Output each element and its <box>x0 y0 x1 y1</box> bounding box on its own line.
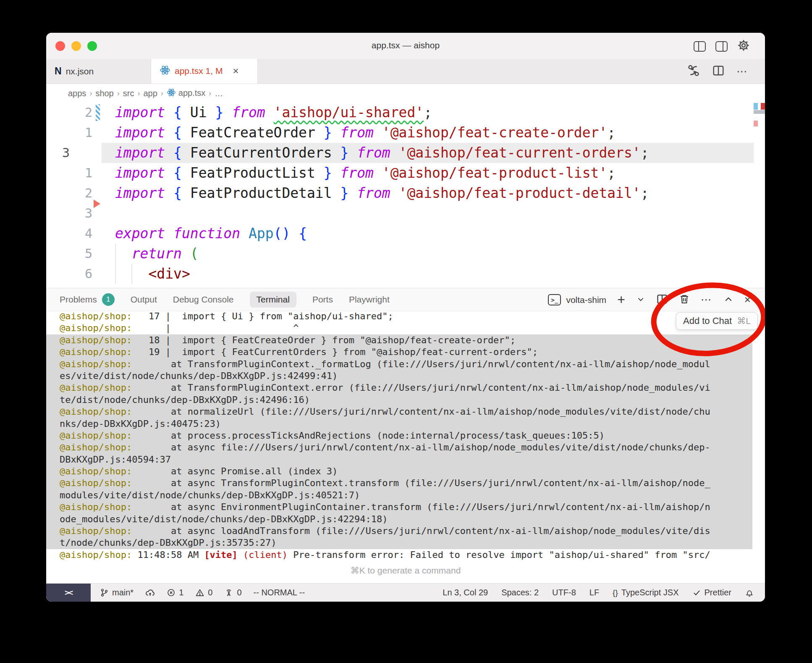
line-number: 6 <box>46 264 92 284</box>
editor-line[interactable]: 2import { Ui } from 'aishop/ui-shared'; <box>46 103 765 123</box>
terminal-line: @aishop/shop: at async TransformPluginCo… <box>46 477 752 489</box>
editor-line[interactable]: 4export function App() { <box>46 224 765 244</box>
git-modified-indicator <box>96 104 100 121</box>
status-prettier[interactable]: Prettier <box>692 588 731 597</box>
panel-tab-playwright[interactable]: Playwright <box>349 295 390 305</box>
status-utf-8[interactable]: UTF-8 <box>552 588 576 597</box>
settings-gear-icon[interactable] <box>737 39 750 53</box>
code-text: import { FeatProductDetail } from '@aish… <box>115 183 649 203</box>
code-text: return ( <box>115 244 199 264</box>
kill-terminal-icon[interactable] <box>679 294 690 306</box>
new-terminal-icon[interactable]: + <box>617 292 625 308</box>
code-editor[interactable]: 2import { Ui } from 'aishop/ui-shared';1… <box>46 103 765 288</box>
git-deleted-indicator <box>94 200 100 208</box>
breadcrumb-item[interactable]: src <box>123 89 134 98</box>
breadcrumb-item[interactable]: app.tsx <box>167 88 205 99</box>
panel-tab-problems[interactable]: Problems1 <box>60 293 115 306</box>
breadcrumb-item[interactable]: apps <box>68 89 86 98</box>
terminal-line: modules/vite/dist/node/chunks/dep-DBxKXg… <box>46 489 752 501</box>
react-icon <box>160 65 170 78</box>
terminal-dropdown-icon[interactable] <box>636 295 645 305</box>
terminal-line: DBxKXgDP.js:40594:37 <box>46 454 752 466</box>
status-0[interactable]: 0 <box>195 588 212 597</box>
editor-line[interactable]: 3 <box>46 203 765 224</box>
breadcrumb-item[interactable]: … <box>215 89 223 98</box>
status-ln-3-col-29[interactable]: Ln 3, Col 29 <box>443 588 488 597</box>
status-spaces-2[interactable]: Spaces: 2 <box>501 588 539 597</box>
ruler-modified-mark <box>754 103 758 110</box>
status-1[interactable]: 1 <box>167 588 183 597</box>
status-normal[interactable]: -- NORMAL -- <box>254 588 305 597</box>
status-cloud-upload[interactable] <box>145 588 155 597</box>
status-bell[interactable] <box>745 588 754 597</box>
line-number: 1 <box>46 163 92 183</box>
editor-line[interactable]: 5 return ( <box>46 244 765 264</box>
breadcrumb[interactable]: apps›shop›src›app›app.tsx›… <box>46 84 765 103</box>
editor-tab-bar: N nx.json app.tsx 1, M × <box>46 59 765 84</box>
nx-icon: N <box>55 66 62 77</box>
code-text: import { FeatCurrentOrders } from '@aish… <box>115 143 649 163</box>
editor-line[interactable]: 1import { FeatProductList } from '@aisho… <box>46 163 765 183</box>
terminal-line: ode_modules/vite/dist/node/chunks/dep-DB… <box>46 513 752 525</box>
panel-more-actions-icon[interactable]: ⋯ <box>701 293 712 306</box>
terminal-output[interactable]: @aishop/shop: 17 | import { Ui } from "a… <box>46 310 765 561</box>
toggle-primary-sidebar-icon[interactable] <box>694 41 706 52</box>
line-number: 2 <box>46 103 92 123</box>
terminal-line: @aishop/shop: at async file:///Users/jur… <box>46 442 752 453</box>
line-number: 5 <box>46 244 92 264</box>
scrollbar-slider[interactable] <box>754 110 765 114</box>
panel-tab-terminal[interactable]: Terminal <box>250 292 296 308</box>
breadcrumb-item[interactable]: app <box>143 89 157 98</box>
line-number: 3 <box>46 143 92 163</box>
status-main[interactable]: main* <box>100 588 134 597</box>
close-tab-icon[interactable]: × <box>233 65 238 77</box>
terminal-line: @aishop/shop: at async loadAndTransform … <box>46 525 752 537</box>
tab-problem-badge: 1, M <box>206 66 223 76</box>
editor-line[interactable]: 6 <div> <box>46 264 765 284</box>
tab-app-tsx[interactable]: app.tsx 1, M × <box>151 59 258 84</box>
terminal-line: t/node/chunks/dep-DBxKXgDP.js:35735:27) <box>46 537 752 549</box>
panel-header: Problems1OutputDebug ConsoleTerminalPort… <box>46 288 765 311</box>
bell-icon <box>745 588 754 597</box>
terminal-line: @aishop/shop: at TransformPluginContext.… <box>46 382 752 394</box>
title-bar: app.tsx — aishop <box>46 33 765 59</box>
problems-count-badge: 1 <box>102 293 115 306</box>
status-typescript-jsx[interactable]: {}TypeScript JSX <box>613 588 678 597</box>
editor-current-line[interactable]: 3import { FeatCurrentOrders } from '@ais… <box>46 143 765 163</box>
terminal-line: @aishop/shop: 19 | import { FeatCurrentO… <box>46 346 752 358</box>
tab-label: app.tsx 1, M <box>175 66 223 76</box>
tab-label: nx.json <box>66 66 94 76</box>
open-changes-icon[interactable] <box>687 64 700 79</box>
add-to-chat-tooltip[interactable]: Add to Chat ⌘L <box>676 312 758 330</box>
status-lf[interactable]: LF <box>589 588 599 597</box>
tab-nx-json[interactable]: N nx.json <box>46 59 151 84</box>
code-text: export function App() { <box>115 224 307 244</box>
status-bar: >< main*100-- NORMAL -- Ln 3, Col 29Spac… <box>46 583 765 602</box>
terminal-line: @aishop/shop: at async Promise.all (inde… <box>46 466 752 477</box>
terminal-line: @aishop/shop: at process.processTicksAnd… <box>46 430 752 442</box>
tooltip-shortcut: ⌘L <box>737 316 751 326</box>
branch-icon <box>100 588 109 597</box>
maximize-panel-icon[interactable] <box>723 294 733 306</box>
split-editor-icon[interactable] <box>712 64 725 79</box>
toggle-secondary-sidebar-icon[interactable] <box>715 41 728 52</box>
ruler-deleted-mark <box>754 121 758 126</box>
panel-tab-output[interactable]: Output <box>131 295 157 305</box>
code-text: import { FeatProductList } from '@aishop… <box>115 163 616 183</box>
split-terminal-icon[interactable] <box>656 293 668 307</box>
breadcrumb-item[interactable]: shop <box>95 89 113 98</box>
terminal-name: volta-shim <box>566 295 606 305</box>
terminal-line: es/vite/dist/node/chunks/dep-DBxKXgDP.js… <box>46 370 752 382</box>
window-title: app.tsx — aishop <box>46 40 765 50</box>
more-actions-icon[interactable]: ⋯ <box>736 65 748 78</box>
close-panel-icon[interactable]: × <box>744 293 751 306</box>
status-0[interactable]: 0 <box>224 588 241 597</box>
terminal-line: @aishop/shop: at TransformPluginContext.… <box>46 358 752 370</box>
panel-tab-debug-console[interactable]: Debug Console <box>173 295 234 305</box>
panel-tab-ports[interactable]: Ports <box>312 295 333 305</box>
line-number: 4 <box>46 224 92 244</box>
terminal-session[interactable]: >_ volta-shim <box>548 294 606 305</box>
editor-line[interactable]: 2import { FeatProductDetail } from '@ais… <box>46 183 765 203</box>
editor-line[interactable]: 1import { FeatCreateOrder } from '@aisho… <box>46 123 765 143</box>
remote-indicator[interactable]: >< <box>46 584 91 602</box>
